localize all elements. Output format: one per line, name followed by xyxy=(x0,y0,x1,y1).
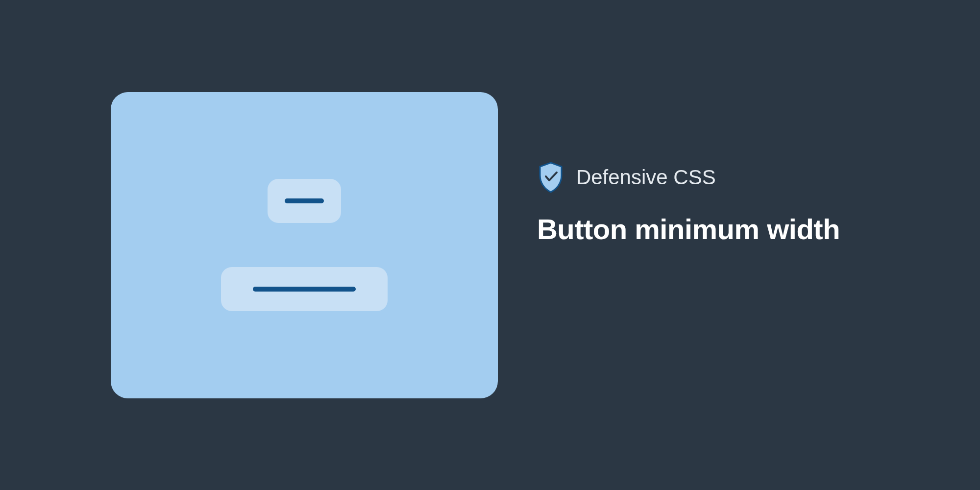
button-example-small xyxy=(268,179,341,223)
illustration-card xyxy=(111,92,498,398)
brand-row: Defensive CSS xyxy=(537,162,840,193)
brand-label: Defensive CSS xyxy=(576,166,716,189)
text-content: Defensive CSS Button minimum width xyxy=(537,162,840,245)
shield-check-icon xyxy=(537,162,564,193)
button-example-large xyxy=(221,267,388,311)
button-bar xyxy=(253,287,356,292)
page-title: Button minimum width xyxy=(537,213,840,245)
button-bar xyxy=(285,198,324,203)
